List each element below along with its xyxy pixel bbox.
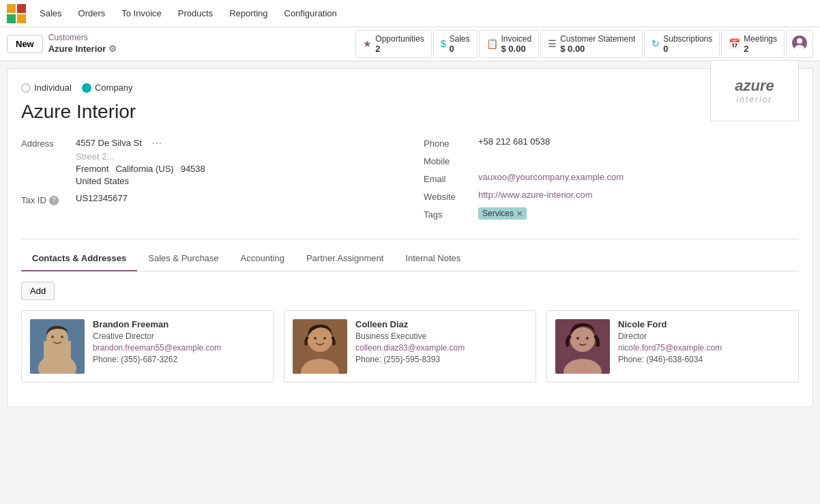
form-card: Individual Company azure interior Azure … xyxy=(7,68,813,407)
breadcrumb-current-text: Azure Interior xyxy=(48,44,106,55)
invoiced-title: Invoiced xyxy=(501,34,532,44)
user-icon xyxy=(792,35,807,50)
contact-role-1: Business Executive xyxy=(355,331,465,341)
company-label: Company xyxy=(95,83,133,93)
contact-card-1[interactable]: Colleen Diaz Business Executive colleen.… xyxy=(284,310,536,383)
taxid-value[interactable]: US12345677 xyxy=(76,193,128,203)
tab-sales-purchase[interactable]: Sales & Purchase xyxy=(137,246,229,271)
contact-email-0[interactable]: brandon.freeman55@example.com xyxy=(93,343,221,353)
contact-card-2[interactable]: Nicole Ford Director nicole.ford75@examp… xyxy=(546,310,799,383)
opportunities-value: 2 xyxy=(375,44,380,55)
tags-field-row: Tags Services ✕ xyxy=(424,207,799,220)
contact-avatar-0 xyxy=(30,319,85,374)
email-value[interactable]: vauxoo@yourcompany.example.com xyxy=(478,172,624,182)
meetings-icon: 📅 xyxy=(729,38,740,49)
tab-internal-notes[interactable]: Internal Notes xyxy=(394,246,471,271)
nav-products[interactable]: Products xyxy=(171,4,220,23)
meetings-label: Meetings 2 xyxy=(744,34,777,55)
new-button[interactable]: New xyxy=(7,35,43,53)
address-country[interactable]: United States xyxy=(76,176,205,186)
action-bar: New Customers Azure Interior ⚙ ★ Opportu… xyxy=(0,27,820,61)
main-content: Individual Company azure interior Azure … xyxy=(0,61,820,414)
nav-sales[interactable]: Sales xyxy=(33,4,69,23)
tags-label: Tags xyxy=(424,207,478,220)
individual-radio[interactable] xyxy=(21,83,31,93)
contacts-grid: Brandon Freeman Creative Director brando… xyxy=(21,310,799,383)
address-zip[interactable]: 94538 xyxy=(181,164,205,174)
svg-rect-10 xyxy=(44,341,71,361)
address-label: Address xyxy=(21,136,76,149)
settings-icon[interactable]: ⚙ xyxy=(108,44,117,55)
nav-configuration[interactable]: Configuration xyxy=(278,4,344,23)
nav-menu: Sales Orders To Invoice Products Reporti… xyxy=(33,4,344,23)
tabs-header: Contacts & Addresses Sales & Purchase Ac… xyxy=(21,246,799,271)
company-radio[interactable] xyxy=(82,83,91,93)
contact-name-0: Brandon Freeman xyxy=(93,319,221,329)
address-city[interactable]: Fremont xyxy=(76,164,108,174)
contact-email-1[interactable]: colleen.diaz83@example.com xyxy=(355,343,465,353)
tabs-container: Contacts & Addresses Sales & Purchase Ac… xyxy=(21,239,799,393)
contact-info-1: Colleen Diaz Business Executive colleen.… xyxy=(355,319,465,364)
sales-stat[interactable]: $ Sales 0 xyxy=(433,30,478,59)
subscriptions-stat[interactable]: ↻ Subscriptions 0 xyxy=(644,30,720,59)
contact-phone-0: Phone: (355)-687-3262 xyxy=(93,355,221,364)
phone-value[interactable]: +58 212 681 0538 xyxy=(478,136,550,147)
website-value[interactable]: http://www.azure-interior.com xyxy=(478,190,593,200)
form-fields-section: Address 4557 De Silva St ⋯ Street 2... F… xyxy=(21,136,799,225)
company-option[interactable]: Company xyxy=(82,83,133,93)
taxid-help-icon[interactable]: ? xyxy=(49,196,59,205)
breadcrumb-parent[interactable]: Customers xyxy=(48,33,117,44)
tab-content-contacts: Add xyxy=(21,271,799,393)
address-field-row: Address 4557 De Silva St ⋯ Street 2... F… xyxy=(21,136,396,186)
type-selector: Individual Company xyxy=(21,83,799,93)
svg-rect-3 xyxy=(17,14,26,23)
more-options-icon[interactable]: ⋯ xyxy=(151,136,162,149)
contact-card-0[interactable]: Brandon Freeman Creative Director brando… xyxy=(21,310,274,383)
taxid-field-row: Tax ID ? US12345677 xyxy=(21,193,396,205)
opportunities-label: Opportunities 2 xyxy=(375,34,424,55)
tag-services-remove[interactable]: ✕ xyxy=(516,209,523,218)
meetings-value: 2 xyxy=(744,44,748,55)
address-block: 4557 De Silva St ⋯ Street 2... Fremont C… xyxy=(76,136,205,186)
tab-accounting[interactable]: Accounting xyxy=(230,246,295,271)
address-street[interactable]: 4557 De Silva St xyxy=(76,138,142,148)
form-right: Phone +58 212 681 0538 Mobile Email vaux… xyxy=(424,136,799,225)
logo-text: azure interior xyxy=(735,77,774,104)
tag-services[interactable]: Services ✕ xyxy=(478,207,527,220)
address-street2[interactable]: Street 2... xyxy=(76,151,205,162)
meetings-title: Meetings xyxy=(744,34,777,44)
tags-container: Services ✕ xyxy=(478,207,527,220)
tab-partner-assignment[interactable]: Partner Assignment xyxy=(295,246,394,271)
invoiced-icon: 📋 xyxy=(486,38,498,49)
avatar-button[interactable] xyxy=(786,30,813,59)
meetings-stat[interactable]: 📅 Meetings 2 xyxy=(721,30,785,59)
contact-name-1: Colleen Diaz xyxy=(355,319,465,329)
individual-option[interactable]: Individual xyxy=(21,83,72,93)
invoiced-stat[interactable]: 📋 Invoiced $ 0.00 xyxy=(479,30,540,59)
company-name-heading: Azure Interior xyxy=(21,101,799,123)
contact-email-2[interactable]: nicole.ford75@example.com xyxy=(618,343,722,353)
nav-orders[interactable]: Orders xyxy=(72,4,113,23)
company-logo: azure interior xyxy=(710,60,799,121)
tab-contacts-addresses[interactable]: Contacts & Addresses xyxy=(21,246,137,271)
website-field-row: Website http://www.azure-interior.com xyxy=(424,190,799,202)
mobile-field-row: Mobile xyxy=(424,154,799,166)
address-state[interactable]: California (US) xyxy=(115,164,173,174)
logo-line2: interior xyxy=(735,95,774,104)
customer-statement-stat[interactable]: ☰ Customer Statement $ 0.00 xyxy=(540,30,643,59)
customer-statement-label: Customer Statement $ 0.00 xyxy=(560,34,635,55)
individual-label: Individual xyxy=(34,83,72,93)
mobile-label: Mobile xyxy=(424,154,478,166)
nav-reporting[interactable]: Reporting xyxy=(222,4,274,23)
add-contact-button[interactable]: Add xyxy=(21,282,55,300)
opportunities-title: Opportunities xyxy=(375,34,424,44)
address-city-row: Fremont California (US) 94538 xyxy=(76,164,205,174)
contact-avatar-2 xyxy=(555,319,610,374)
svg-point-16 xyxy=(314,337,317,340)
sales-label: Sales 0 xyxy=(449,34,469,55)
nav-to-invoice[interactable]: To Invoice xyxy=(115,4,169,23)
subscriptions-label: Subscriptions 0 xyxy=(663,34,712,55)
opportunities-stat[interactable]: ★ Opportunities 2 xyxy=(355,30,431,59)
svg-rect-1 xyxy=(17,4,26,13)
email-label: Email xyxy=(424,172,478,184)
